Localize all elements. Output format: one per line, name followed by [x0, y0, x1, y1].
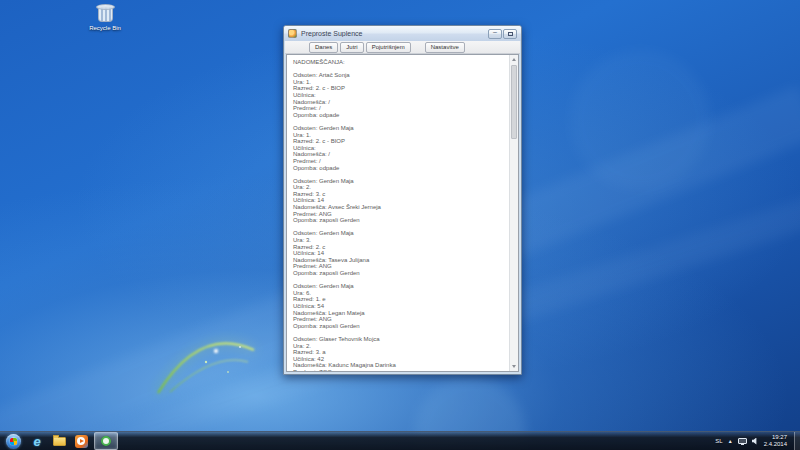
- recycle-bin-icon: [98, 6, 113, 22]
- entry-line: Predmet: /: [293, 158, 509, 165]
- scrollbar-thumb[interactable]: [511, 65, 517, 139]
- maximize-button[interactable]: [503, 29, 517, 39]
- windows-flag-icon: [10, 438, 17, 445]
- substitutions-heading: NADOMEŠČANJA:: [293, 59, 509, 66]
- suplence-app-icon: [101, 436, 111, 446]
- content-area: NADOMEŠČANJA: Odsoten: Artač SonjaUra: 1…: [286, 54, 519, 372]
- entry-line: Ura: 1.: [293, 132, 509, 139]
- entry-line: Ura: 1.: [293, 79, 509, 86]
- scrollbar[interactable]: [509, 55, 518, 371]
- network-icon[interactable]: [738, 438, 747, 444]
- entry-line: Učilnica: 42: [293, 356, 509, 363]
- substitution-entry: Odsoten: Glaser Tehovnik MojcaUra: 2.Raz…: [293, 336, 509, 371]
- substitution-entry: Odsoten: Gerden MajaUra: 3.Razred: 2. cU…: [293, 230, 509, 276]
- entry-line: Odsoten: Gerden Maja: [293, 125, 509, 132]
- system-tray: SL ▲ 19:27 2.4.2014: [715, 432, 800, 450]
- recycle-bin[interactable]: Recycle Bin: [82, 6, 128, 31]
- toolbar: Danes Jutri Pojutrišnjem Nastavitve: [285, 41, 520, 54]
- entry-line: Učilnica: 14: [293, 250, 509, 257]
- entry-line: Razred: 2. c - BIOP: [293, 138, 509, 145]
- entry-line: Razred: 3. a: [293, 349, 509, 356]
- suplence-app-taskbar-button[interactable]: [94, 432, 118, 450]
- entry-line: Odsoten: Gerden Maja: [293, 230, 509, 237]
- recycle-bin-label: Recycle Bin: [82, 25, 128, 31]
- substitution-entry: Odsoten: Gerden MajaUra: 1.Razred: 2. c …: [293, 125, 509, 171]
- entry-line: Opomba: zaposli Gerden: [293, 270, 509, 277]
- clock-time: 19:27: [764, 434, 787, 441]
- entry-line: Učilnica:: [293, 145, 509, 152]
- titlebar[interactable]: Preproste Suplence –: [284, 26, 521, 41]
- entry-line: Razred: 3. c: [293, 191, 509, 198]
- entry-line: Opomba: zaposli Gerden: [293, 323, 509, 330]
- entry-line: Učilnica: 54: [293, 303, 509, 310]
- file-explorer-button[interactable]: [50, 433, 68, 449]
- entry-line: Predmet: ZGO: [293, 369, 509, 371]
- minimize-button[interactable]: –: [488, 29, 502, 39]
- substitution-list: Odsoten: Artač SonjaUra: 1.Razred: 2. c …: [293, 72, 509, 371]
- entry-line: Predmet: ANG: [293, 316, 509, 323]
- pojutrisnjem-button[interactable]: Pojutrišnjem: [366, 42, 411, 53]
- entry-line: Nadomešča: Legan Mateja: [293, 310, 509, 317]
- entry-line: Učilnica: 14: [293, 197, 509, 204]
- substitution-entry: Odsoten: Gerden MajaUra: 2.Razred: 3. cU…: [293, 178, 509, 224]
- entry-line: Ura: 6.: [293, 290, 509, 297]
- substitution-entry: Odsoten: Gerden MajaUra: 6.Razred: 1. eU…: [293, 283, 509, 329]
- show-desktop-button[interactable]: [794, 432, 800, 450]
- entry-line: Odsoten: Gerden Maja: [293, 283, 509, 290]
- volume-icon[interactable]: [752, 438, 759, 445]
- arrow-up-icon: [512, 58, 516, 61]
- entry-line: Opomba: zaposli Gerden: [293, 217, 509, 224]
- taskbar: e SL ▲ 19:27 2.4.2014: [0, 431, 800, 450]
- entry-line: Ura: 2.: [293, 184, 509, 191]
- media-player-button[interactable]: [72, 433, 90, 449]
- substitutions-pane: NADOMEŠČANJA: Odsoten: Artač SonjaUra: 1…: [287, 55, 509, 371]
- entry-line: Nadomešča: Kadunc Magajna Darinka: [293, 362, 509, 369]
- danes-button[interactable]: Danes: [309, 42, 338, 53]
- entry-line: Predmet: /: [293, 105, 509, 112]
- start-button[interactable]: [6, 434, 21, 449]
- entry-line: Nadomešča: Avsec Šreki Jerneja: [293, 204, 509, 211]
- nastavitve-button[interactable]: Nastavitve: [425, 42, 465, 53]
- entry-line: Razred: 2. c - BIOP: [293, 85, 509, 92]
- substitution-entry: Odsoten: Artač SonjaUra: 1.Razred: 2. c …: [293, 72, 509, 118]
- entry-line: Ura: 3.: [293, 237, 509, 244]
- media-player-icon: [75, 435, 88, 448]
- window-title: Preproste Suplence: [301, 30, 488, 37]
- hidden-icons-button[interactable]: ▲: [728, 438, 733, 444]
- scroll-down-button[interactable]: [510, 362, 518, 371]
- entry-line: Nadomešča: /: [293, 151, 509, 158]
- folder-icon: [53, 437, 66, 446]
- entry-line: Razred: 2. c: [293, 244, 509, 251]
- window-controls: –: [488, 29, 517, 39]
- entry-line: Odsoten: Gerden Maja: [293, 178, 509, 185]
- scroll-up-button[interactable]: [510, 55, 518, 64]
- entry-line: Odsoten: Glaser Tehovnik Mojca: [293, 336, 509, 343]
- entry-line: Odsoten: Artač Sonja: [293, 72, 509, 79]
- language-indicator[interactable]: SL: [715, 438, 722, 444]
- maximize-icon: [508, 32, 513, 36]
- app-window: Preproste Suplence – Danes Jutri Pojutri…: [283, 25, 522, 375]
- entry-line: Opomba: odpade: [293, 112, 509, 119]
- entry-line: Učilnica:: [293, 92, 509, 99]
- clock[interactable]: 19:27 2.4.2014: [764, 434, 787, 448]
- entry-line: Nadomešča: /: [293, 99, 509, 106]
- clock-date: 2.4.2014: [764, 441, 787, 448]
- entry-line: Nadomešča: Taseva Julijana: [293, 257, 509, 264]
- jutri-button[interactable]: Jutri: [340, 42, 363, 53]
- internet-explorer-icon: e: [33, 435, 40, 448]
- entry-line: Opomba: odpade: [293, 165, 509, 172]
- internet-explorer-button[interactable]: e: [28, 433, 46, 449]
- app-icon: [288, 29, 297, 38]
- entry-line: Razred: 1. e: [293, 296, 509, 303]
- entry-line: Ura: 2.: [293, 343, 509, 350]
- minimize-icon: –: [493, 30, 497, 34]
- entry-line: Predmet: ANG: [293, 211, 509, 218]
- desktop[interactable]: Recycle Bin Preproste Suplence – Danes J…: [0, 0, 800, 450]
- entry-line: Predmet: ANG: [293, 263, 509, 270]
- arrow-down-icon: [512, 365, 516, 368]
